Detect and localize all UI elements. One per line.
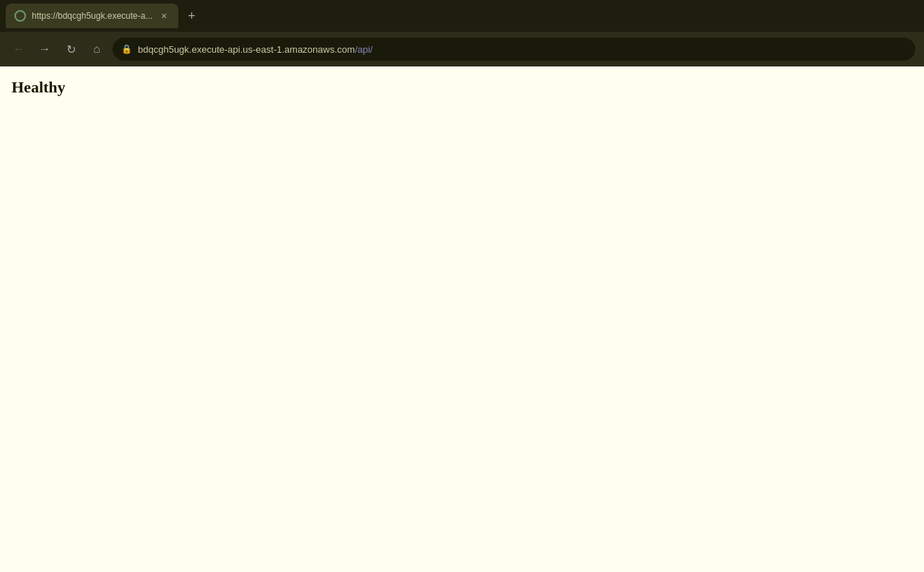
tab-close-button[interactable]: × bbox=[158, 10, 170, 22]
tab-favicon-icon bbox=[14, 10, 26, 22]
page-content: Healthy bbox=[0, 66, 924, 572]
back-button[interactable]: ← bbox=[9, 39, 29, 59]
home-button[interactable]: ⌂ bbox=[87, 39, 107, 59]
address-bar[interactable]: 🔒 bdqcgh5ugk.execute-api.us-east-1.amazo… bbox=[113, 38, 915, 61]
tab-title: https://bdqcgh5ugk.execute-a... bbox=[32, 11, 152, 21]
forward-icon: → bbox=[39, 43, 51, 56]
new-tab-button[interactable]: + bbox=[181, 6, 201, 26]
url-base: bdqcgh5ugk.execute-api.us-east-1.amazona… bbox=[138, 44, 355, 55]
tab-bar: https://bdqcgh5ugk.execute-a... × + bbox=[0, 0, 924, 32]
reload-button[interactable]: ↻ bbox=[61, 39, 81, 59]
url-path: /api/ bbox=[355, 44, 373, 55]
address-url: bdqcgh5ugk.execute-api.us-east-1.amazona… bbox=[138, 44, 372, 55]
healthy-status-text: Healthy bbox=[12, 78, 66, 96]
home-icon: ⌂ bbox=[93, 43, 100, 56]
browser-tab[interactable]: https://bdqcgh5ugk.execute-a... × bbox=[6, 4, 178, 28]
forward-button[interactable]: → bbox=[35, 39, 55, 59]
lock-icon: 🔒 bbox=[121, 44, 132, 54]
back-icon: ← bbox=[13, 43, 25, 56]
nav-bar: ← → ↻ ⌂ 🔒 bdqcgh5ugk.execute-api.us-east… bbox=[0, 32, 924, 66]
reload-icon: ↻ bbox=[66, 43, 76, 56]
browser-chrome: https://bdqcgh5ugk.execute-a... × + ← → … bbox=[0, 0, 924, 66]
